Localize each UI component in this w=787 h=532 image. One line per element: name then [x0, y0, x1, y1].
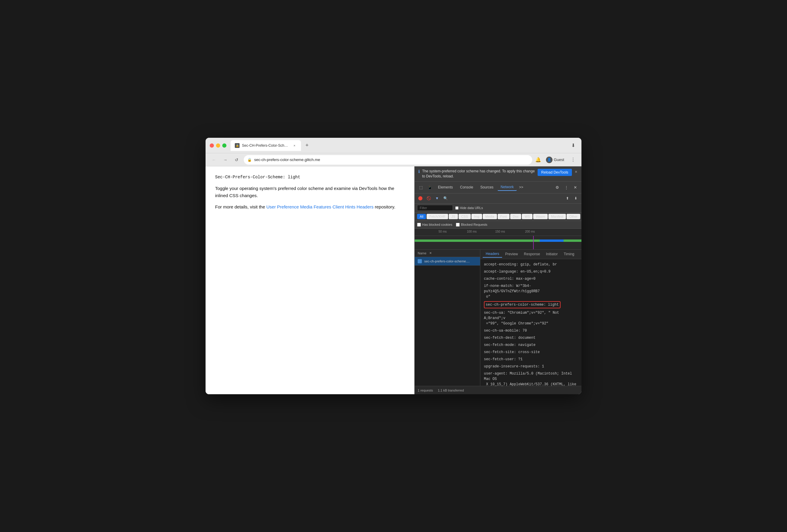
blocked-requests-check[interactable] — [456, 223, 460, 227]
filter-input[interactable] — [417, 205, 453, 211]
profile-avatar: 👤 — [546, 157, 553, 163]
title-bar: 🔒 Sec-CH-Prefers-Color-Schem... × + ⬇ — [206, 138, 581, 153]
timeline-purple-line — [533, 236, 534, 250]
headers-tab-initiator[interactable]: Initiator — [543, 251, 560, 257]
type-btn-doc[interactable]: Doc — [510, 214, 522, 219]
has-blocked-cookies-label: Has blocked cookies — [422, 223, 452, 226]
headers-panel: Headers Preview Response Initiator Timin… — [480, 250, 581, 386]
download-icon2[interactable]: ⬇ — [573, 195, 579, 202]
hide-data-urls-check[interactable] — [455, 206, 459, 209]
headers-content: accept-encoding: gzip, deflate, br accep… — [480, 259, 581, 386]
type-btn-manifest[interactable]: Manifest — [548, 214, 566, 219]
request-list-header: Name ✕ — [415, 250, 480, 257]
header-row: sec-ch-ua: "Chromium";v="92", " Not A;Br… — [480, 309, 581, 327]
tab-close-button[interactable]: × — [292, 143, 297, 148]
request-list: Name ✕ sec-ch-prefers-color-scheme.... — [415, 250, 480, 386]
tab-bar: 🔒 Sec-CH-Prefers-Color-Schem... × + — [231, 140, 566, 151]
devtools-footer: 1 requests 1.1 kB transferred — [415, 386, 581, 394]
back-button[interactable]: ← — [210, 156, 218, 164]
client-hints-link[interactable]: User Preference Media Features Client Hi… — [267, 204, 374, 209]
timeline-marker-150ms: 150 ms — [495, 230, 505, 233]
headers-tabs: Headers Preview Response Initiator Timin… — [480, 250, 581, 259]
title-bar-right: ⬇ — [569, 141, 577, 150]
profile-button[interactable]: 👤 Guest — [544, 155, 567, 164]
blocked-bar: Has blocked cookies Blocked Requests — [415, 221, 581, 229]
upload-icon[interactable]: ⬆ — [564, 195, 571, 202]
timeline-marker-50ms: 50 ms — [439, 230, 447, 233]
browser-content: Sec-CH-Prefers-Color-Scheme: light Toggl… — [206, 167, 581, 394]
header-row: if-none-match: W/"3b4-puYz4Q5/GV7nZfWtr/… — [480, 282, 581, 300]
header-row: user-agent: Mozilla/5.0 (Macintosh; Inte… — [480, 370, 581, 386]
type-btn-font[interactable]: Font — [497, 214, 510, 219]
timeline-blue-bar — [540, 240, 563, 242]
url-bar[interactable]: 🔒 sec-ch-prefers-color-scheme.glitch.me — [244, 155, 532, 164]
tab-sources[interactable]: Sources — [477, 184, 496, 191]
header-row: accept-language: en-US,en;q=0.9 — [480, 268, 581, 275]
headers-tab-response[interactable]: Response — [521, 251, 543, 257]
has-blocked-cookies-checkbox[interactable]: Has blocked cookies — [417, 223, 452, 227]
has-blocked-cookies-check[interactable] — [417, 223, 421, 227]
type-btn-all[interactable]: All — [417, 214, 426, 219]
clear-network-button[interactable]: 🚫 — [425, 195, 432, 202]
blocked-requests-label: Blocked Requests — [461, 223, 488, 226]
browser-tab[interactable]: 🔒 Sec-CH-Prefers-Color-Schem... × — [231, 140, 301, 151]
type-btn-other[interactable]: Other — [567, 214, 580, 219]
request-list-close-icon: ✕ — [429, 251, 432, 255]
record-network-button[interactable] — [417, 195, 424, 202]
more-tabs-button[interactable]: >> — [518, 184, 525, 191]
search-network-icon[interactable]: 🔍 — [442, 195, 449, 202]
reload-devtools-button[interactable]: Reload DevTools — [538, 169, 572, 176]
transferred-size: 1.1 kB transferred — [438, 389, 464, 392]
request-favicon — [418, 259, 422, 263]
paragraph-1: Toggle your operating system's preferred… — [215, 185, 405, 199]
requests-panel: Name ✕ sec-ch-prefers-color-scheme.... H… — [415, 250, 581, 386]
type-btn-img[interactable]: Img — [471, 214, 482, 219]
type-btn-ws[interactable]: WS — [522, 214, 533, 219]
type-btn-media[interactable]: Media — [483, 214, 497, 219]
maximize-traffic-light[interactable] — [222, 143, 227, 148]
notification-text: The system-preferred color scheme has ch… — [422, 169, 535, 179]
headers-tab-timing[interactable]: Timing — [560, 251, 577, 257]
header-row: sec-fetch-user: ?1 — [480, 356, 581, 363]
notification-close-button[interactable]: × — [574, 169, 578, 175]
header-row: accept-encoding: gzip, deflate, br — [480, 261, 581, 268]
request-item[interactable]: sec-ch-prefers-color-scheme.... — [415, 257, 480, 266]
header-row: cache-control: max-age=0 — [480, 275, 581, 282]
type-btn-js[interactable]: JS — [449, 214, 458, 219]
header-row: sec-fetch-mode: navigate — [480, 341, 581, 349]
hide-data-urls-checkbox[interactable]: Hide data URLs — [455, 206, 483, 209]
hide-data-urls-label: Hide data URLs — [460, 206, 483, 209]
close-traffic-light[interactable] — [210, 143, 214, 148]
blocked-requests-checkbox[interactable]: Blocked Requests — [456, 223, 488, 227]
more-options-icon[interactable]: ⋮ — [562, 183, 570, 191]
request-name: sec-ch-prefers-color-scheme.... — [424, 260, 470, 263]
tab-console[interactable]: Console — [457, 184, 476, 191]
new-tab-button[interactable]: + — [303, 141, 311, 150]
tab-elements[interactable]: Elements — [435, 184, 456, 191]
forward-button[interactable]: → — [221, 156, 229, 164]
para2-prefix: For more details, visit the — [215, 204, 267, 209]
webpage: Sec-CH-Prefers-Color-Scheme: light Toggl… — [206, 167, 414, 394]
close-devtools-button[interactable]: ✕ — [571, 183, 579, 191]
filter-icon[interactable]: ▼ — [434, 195, 440, 202]
highlighted-header-row: sec-ch-prefers-color-scheme: light — [480, 300, 581, 309]
filter-bar: Hide data URLs — [415, 204, 581, 213]
header-row: upgrade-insecure-requests: 1 — [480, 363, 581, 370]
browser-menu-button[interactable]: ⋮ — [569, 156, 577, 164]
type-btn-wasm[interactable]: Wasm — [533, 214, 548, 219]
type-btn-fetch-xhr[interactable]: Fetch/XHR — [427, 214, 448, 219]
devtools-toolbar-right: ⚙ ⋮ ✕ — [553, 183, 579, 191]
tab-title: Sec-CH-Prefers-Color-Schem... — [242, 143, 290, 148]
browser-window: 🔒 Sec-CH-Prefers-Color-Schem... × + ⬇ ← … — [206, 138, 581, 394]
devtools-toolbar: ⬚ 📱 Elements Console Sources Network >> … — [415, 182, 581, 194]
type-btn-css[interactable]: CSS — [459, 214, 471, 219]
headers-tab-headers[interactable]: Headers — [483, 250, 502, 258]
download-icon[interactable]: ⬇ — [569, 141, 577, 150]
minimize-traffic-light[interactable] — [216, 143, 220, 148]
tab-network[interactable]: Network — [497, 184, 517, 191]
settings-icon[interactable]: ⚙ — [553, 183, 561, 191]
reload-button[interactable]: ↺ — [232, 156, 241, 164]
headers-tab-preview[interactable]: Preview — [502, 251, 521, 257]
devtools-cursor-icon[interactable]: ⬚ — [417, 183, 425, 191]
devtools-device-icon[interactable]: 📱 — [426, 183, 434, 191]
